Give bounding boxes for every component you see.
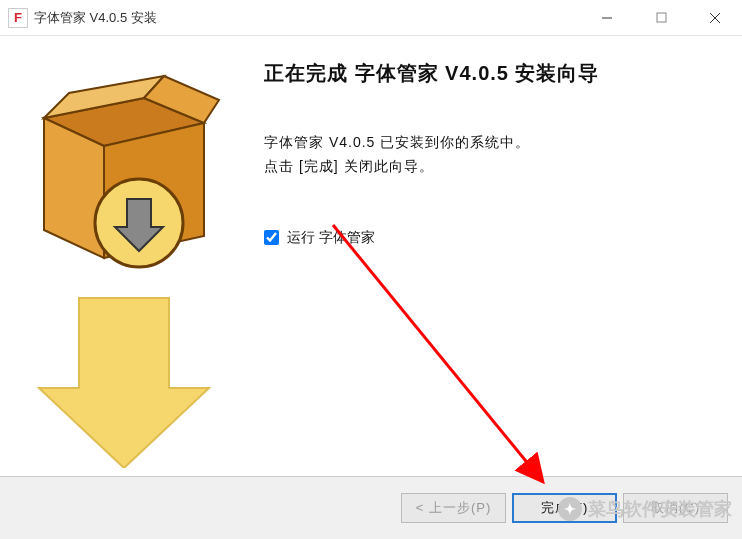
window-controls — [580, 0, 742, 35]
svg-rect-1 — [657, 13, 666, 22]
finish-button[interactable]: 完成(F) — [512, 493, 617, 523]
run-checkbox-input[interactable] — [264, 230, 279, 245]
titlebar: F 字体管家 V4.0.5 安装 — [0, 0, 742, 36]
body-text: 字体管家 V4.0.5 已安装到你的系统中。 点击 [完成] 关闭此向导。 — [264, 131, 712, 179]
maximize-button[interactable] — [634, 0, 688, 35]
page-heading: 正在完成 字体管家 V4.0.5 安装向导 — [264, 60, 712, 87]
footer: < 上一步(P) 完成(F) 取消(C) — [0, 476, 742, 539]
content-panel: 正在完成 字体管家 V4.0.5 安装向导 字体管家 V4.0.5 已安装到你的… — [238, 36, 742, 476]
main-content: 正在完成 字体管家 V4.0.5 安装向导 字体管家 V4.0.5 已安装到你的… — [0, 36, 742, 476]
run-after-install-checkbox[interactable]: 运行 字体管家 — [264, 229, 712, 247]
minimize-button[interactable] — [580, 0, 634, 35]
body-line-2: 点击 [完成] 关闭此向导。 — [264, 158, 434, 174]
body-line-1: 字体管家 V4.0.5 已安装到你的系统中。 — [264, 134, 530, 150]
window-title: 字体管家 V4.0.5 安装 — [34, 9, 580, 27]
cancel-button: 取消(C) — [623, 493, 728, 523]
app-icon: F — [8, 8, 28, 28]
back-button: < 上一步(P) — [401, 493, 506, 523]
run-checkbox-label: 运行 字体管家 — [287, 229, 375, 247]
sidebar-image — [0, 36, 238, 476]
close-button[interactable] — [688, 0, 742, 35]
